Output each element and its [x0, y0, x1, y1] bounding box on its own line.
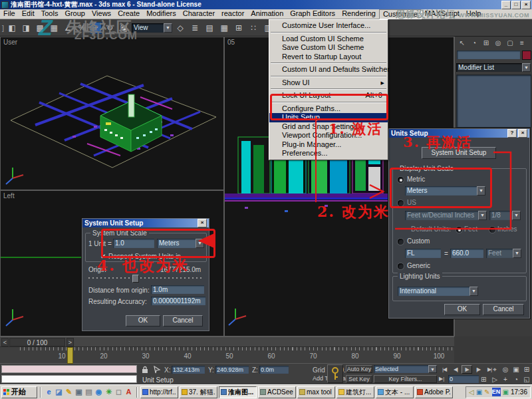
layers-icon[interactable]: ▤	[203, 22, 215, 34]
cancel-button[interactable]: Cancel	[163, 315, 203, 327]
x-coordinate-field[interactable]: 132.413m	[172, 366, 205, 374]
close-button[interactable]: ×	[521, 1, 531, 9]
absolute-mode-icon[interactable]	[153, 366, 161, 374]
modify-tab-icon[interactable]: ◔	[468, 38, 480, 48]
set-keys-button[interactable]	[327, 364, 343, 383]
menubar-item-group[interactable]: Group	[61, 9, 88, 18]
menu-item-customize-user-interface[interactable]: Customize User Interface...	[269, 21, 388, 31]
us-fraction-dropdown[interactable]: 1/8	[489, 211, 512, 220]
close-icon[interactable]: ×	[198, 219, 207, 227]
metric-radio[interactable]	[398, 177, 404, 183]
system-dialog-titlebar[interactable]: System Unit Setup ×	[82, 219, 209, 227]
respect-checkbox[interactable]: ✔	[100, 253, 106, 260]
us-unit-dropdown[interactable]: Feet w/Decimal Inches	[405, 211, 478, 220]
auto-key-button[interactable]: Auto Key	[346, 365, 372, 373]
chevron-down-icon[interactable]: ▼	[513, 249, 521, 258]
taskbar-task-http-trf[interactable]: http://trf...	[140, 386, 178, 398]
ok-button[interactable]: OK	[444, 304, 480, 315]
zoom-extents-icon[interactable]: ▣	[511, 364, 521, 374]
custom-radio[interactable]	[398, 239, 404, 245]
quicklaunch-acdsee-icon[interactable]: ✳	[104, 388, 114, 396]
generic-label[interactable]: Generic	[407, 262, 430, 269]
frame-forward-button[interactable]: >	[66, 338, 74, 346]
current-frame-field[interactable]: 0	[448, 375, 479, 383]
menubar-item-character[interactable]: Character	[180, 9, 218, 18]
taskbar-task-item[interactable]: 淮南图...	[219, 386, 257, 398]
viewport-user-label[interactable]: User	[3, 39, 17, 46]
display-tray-icon[interactable]: ▣	[503, 388, 509, 396]
start-button[interactable]: 开始	[1, 386, 37, 398]
default-inches-label[interactable]: Inches	[497, 225, 517, 233]
go-to-start-button[interactable]: |◀	[439, 365, 450, 374]
chevron-down-icon[interactable]: ▼	[428, 365, 437, 373]
menu-item-viewport-configuration[interactable]: Viewport Configuration...	[269, 131, 388, 140]
system-unit-setup-dialog[interactable]: System Unit Setup × System Unit Scale 1 …	[81, 217, 210, 332]
distance-field[interactable]: 1.0m	[151, 285, 204, 294]
default-feet-label[interactable]: Feet	[464, 225, 477, 233]
ok-button[interactable]: OK	[126, 315, 160, 327]
menubar-item-reactor[interactable]: reactor	[218, 9, 247, 18]
quicklaunch-cube-icon[interactable]: ◻	[114, 388, 124, 396]
menu-item-show-ui[interactable]: Show UI▶	[269, 78, 388, 88]
system-unit-setup-button[interactable]: System Unit Setup	[422, 147, 496, 159]
set-key-button[interactable]: Set Key	[346, 375, 372, 383]
chevron-down-icon[interactable]: ▼	[469, 287, 478, 296]
next-frame-button[interactable]: |▶	[473, 365, 483, 374]
curve-editor-icon[interactable]: ▦	[218, 22, 230, 34]
previous-frame-button[interactable]: ◀|	[450, 365, 461, 374]
cancel-button[interactable]: Cancel	[483, 304, 524, 315]
custom-value-field[interactable]: 660.0	[450, 249, 483, 258]
frame-back-button[interactable]: <	[1, 338, 9, 346]
taskbar-task-adobe-p[interactable]: Adobe P...	[415, 386, 453, 398]
menu-item-revert-to-startup-layout[interactable]: Revert to Startup Layout	[269, 53, 388, 62]
units-dialog-titlebar[interactable]: Units Setup ? ×	[389, 129, 529, 138]
time-configuration-icon[interactable]: ⊞	[481, 376, 486, 383]
help-button[interactable]: ?	[507, 129, 517, 138]
taskbar-task-item[interactable]: 文本 - ...	[376, 386, 414, 398]
align-icon[interactable]: ≣	[189, 22, 201, 34]
material-editor-icon[interactable]: ∷	[247, 22, 259, 34]
menu-item-lock-ui-layout[interactable]: Lock UI LayoutAlt+0	[269, 91, 388, 100]
chevron-down-icon[interactable]: ▼	[477, 186, 485, 196]
default-inches-radio[interactable]	[489, 227, 495, 233]
taskbar-task-37[interactable]: 37. 解猫...	[180, 386, 217, 398]
taskbar-task-item[interactable]: 建筑灯...	[336, 386, 374, 398]
generic-radio[interactable]	[398, 263, 404, 269]
restore-button[interactable]: □	[511, 1, 521, 9]
view-dropdown[interactable]: View ▼	[132, 23, 172, 33]
min-max-toggle-icon[interactable]: ◱	[521, 374, 532, 384]
unlink-icon[interactable]: ◨	[20, 22, 32, 34]
zoom-icon[interactable]: ⌖	[489, 364, 500, 374]
menubar-item-animation[interactable]: Animation	[247, 9, 287, 18]
default-feet-radio[interactable]	[456, 227, 462, 233]
taskbar-task-acdsee[interactable]: ACDSee ...	[258, 386, 296, 398]
ime-pen-tray-icon[interactable]: ✎	[484, 388, 489, 396]
key-mode-toggle[interactable]: ▶|	[439, 376, 444, 382]
us-label[interactable]: US	[407, 199, 416, 206]
menubar-item-graph-editors[interactable]: Graph Editors	[287, 9, 338, 18]
y-coordinate-field[interactable]: 240.928m	[215, 366, 249, 374]
quicklaunch-acrobat-icon[interactable]: A	[124, 388, 134, 396]
lighting-units-dropdown[interactable]: International	[398, 287, 469, 296]
title-bar[interactable]: 淮南图书馆-4-hxt-黄营.max - 3ds max 6 - Stand-a…	[0, 0, 532, 9]
chevron-down-icon[interactable]: ▼	[522, 63, 531, 72]
modifier-list-dropdown[interactable]: Modifier List	[456, 63, 522, 72]
arc-rotate-icon[interactable]: ◔	[511, 374, 521, 384]
respect-label[interactable]: Respect System Units in	[108, 253, 181, 260]
create-tab-icon[interactable]: ↖	[456, 38, 468, 48]
motion-tab-icon[interactable]: ◎	[492, 38, 504, 48]
time-slider[interactable]: 0 / 100	[9, 338, 65, 346]
metric-unit-dropdown[interactable]: Meters	[405, 186, 477, 196]
zoom-all-icon[interactable]: ◎	[500, 364, 511, 374]
menu-item-load-custom-ui-scheme[interactable]: Load Custom UI Scheme	[269, 35, 388, 44]
menubar-item-edit[interactable]: Edit	[19, 9, 38, 18]
quicklaunch-media-player-icon[interactable]: ◉	[94, 388, 104, 396]
chevron-down-icon[interactable]: ▼	[164, 23, 172, 33]
viewport-05-label[interactable]: 05	[227, 39, 235, 46]
custom-label[interactable]: Custom	[407, 237, 430, 245]
quicklaunch-photoshop-icon[interactable]: ▣	[74, 388, 84, 396]
close-icon[interactable]: ×	[518, 129, 527, 138]
custom-name-field[interactable]: FL	[405, 249, 441, 258]
quicklaunch-film-icon[interactable]: ▤	[84, 388, 94, 396]
menu-item-custom-ui-and-defaults-switcher[interactable]: Custom UI and Defaults Switcher	[269, 65, 388, 74]
